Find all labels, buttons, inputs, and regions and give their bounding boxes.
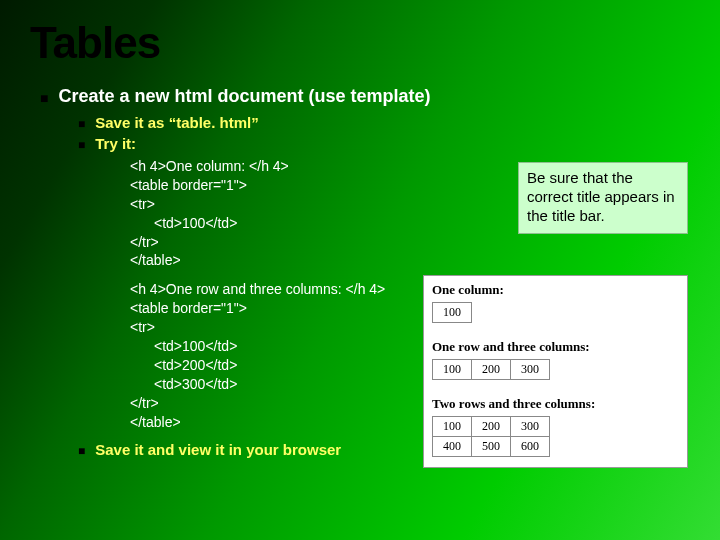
code-line: <table border="1"> xyxy=(130,300,247,316)
example-section: One row and three columns: 100 200 300 xyxy=(424,333,687,390)
example-section: Two rows and three columns: 100 200 300 … xyxy=(424,390,687,467)
example-heading: One column: xyxy=(424,276,687,300)
table-row: 100 xyxy=(433,303,472,323)
code-line: </tr> xyxy=(130,234,159,250)
example-section: One column: 100 xyxy=(424,276,687,333)
lvl1-text: Create a new html document (use template… xyxy=(58,86,430,107)
code-line: <tr> xyxy=(130,196,155,212)
square-bullet-icon: ■ xyxy=(40,86,48,110)
callout-note: Be sure that the correct title appears i… xyxy=(518,162,688,234)
code-line: </table> xyxy=(130,252,181,268)
example-heading: Two rows and three columns: xyxy=(424,390,687,414)
table-cell: 600 xyxy=(511,437,550,457)
example-table-3: 100 200 300 400 500 600 xyxy=(432,416,550,457)
rendered-example: One column: 100 One row and three column… xyxy=(423,275,688,468)
table-row: 400 500 600 xyxy=(433,437,550,457)
slide: Tables ■ Create a new html document (use… xyxy=(0,0,720,540)
example-table-2: 100 200 300 xyxy=(432,359,550,380)
code-line: <tr> xyxy=(130,319,155,335)
table-cell: 400 xyxy=(433,437,472,457)
table-cell: 100 xyxy=(433,303,472,323)
page-title: Tables xyxy=(30,18,690,68)
lvl2-save-text: Save it as “table. html” xyxy=(95,114,258,131)
table-cell: 300 xyxy=(511,360,550,380)
bullet-level-1: ■ Create a new html document (use templa… xyxy=(40,86,690,110)
code-line: </table> xyxy=(130,414,181,430)
table-cell: 200 xyxy=(472,360,511,380)
lvl2-saveview-text: Save it and view it in your browser xyxy=(95,441,341,458)
example-table-1: 100 xyxy=(432,302,472,323)
square-bullet-icon: ■ xyxy=(78,135,85,155)
square-bullet-icon: ■ xyxy=(78,441,85,461)
bullet-level-2: ■ Save it as “table. html” xyxy=(78,114,690,134)
table-cell: 500 xyxy=(472,437,511,457)
lvl2-try-text: Try it: xyxy=(95,135,136,152)
code-line: <table border="1"> xyxy=(130,177,247,193)
code-line: </tr> xyxy=(130,395,159,411)
bullet-level-2: ■ Try it: xyxy=(78,135,690,155)
table-row: 100 200 300 xyxy=(433,417,550,437)
table-row: 100 200 300 xyxy=(433,360,550,380)
table-cell: 100 xyxy=(433,360,472,380)
table-cell: 300 xyxy=(511,417,550,437)
table-cell: 100 xyxy=(433,417,472,437)
code-line: <h 4>One column: </h 4> xyxy=(130,158,289,174)
example-heading: One row and three columns: xyxy=(424,333,687,357)
square-bullet-icon: ■ xyxy=(78,114,85,134)
code-line: <h 4>One row and three columns: </h 4> xyxy=(130,281,385,297)
table-cell: 200 xyxy=(472,417,511,437)
